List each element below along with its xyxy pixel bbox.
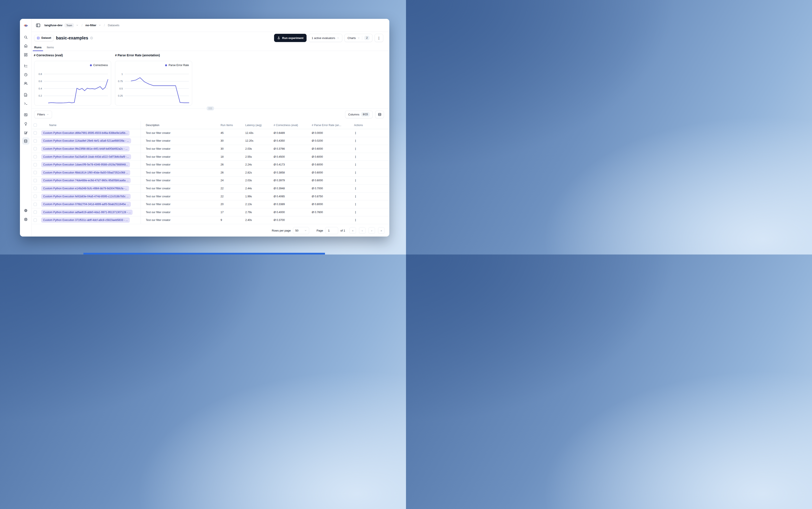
row-actions-menu[interactable]: ⋮ <box>354 139 357 142</box>
run-experiment-button[interactable]: Run experiment <box>274 34 306 42</box>
datasets-database-icon[interactable] <box>22 137 30 145</box>
chevron-down-icon[interactable] <box>99 24 101 26</box>
run-name-link[interactable]: Custom Python Execution 371f531c-abff-4d… <box>41 217 130 223</box>
row-checkbox[interactable] <box>34 139 37 142</box>
langfuse-logo-icon[interactable] <box>24 24 28 28</box>
run-items-value: 45 <box>221 132 245 135</box>
row-actions-menu[interactable]: ⋮ <box>354 163 357 166</box>
row-checkbox[interactable] <box>34 179 37 182</box>
first-page-button[interactable]: « <box>349 227 356 234</box>
row-checkbox[interactable] <box>34 147 37 150</box>
settings-gear-icon[interactable] <box>24 209 28 213</box>
row-actions-menu[interactable]: ⋮ <box>354 210 357 214</box>
breadcrumb-project[interactable]: no-filter <box>86 24 96 27</box>
previous-page-button[interactable]: ‹ <box>359 227 366 234</box>
prompts-file-code-icon[interactable] <box>24 93 28 97</box>
user-avatar[interactable] <box>24 229 28 233</box>
filters-button[interactable]: Filters <box>34 111 52 118</box>
search-icon[interactable] <box>24 35 28 39</box>
tab-runs[interactable]: Runs <box>34 44 42 51</box>
row-checkbox[interactable] <box>34 203 37 206</box>
last-page-button[interactable]: » <box>378 227 384 234</box>
correctness-value: Ø 0.3389 <box>274 203 312 206</box>
tab-items[interactable]: Items <box>47 44 54 51</box>
active-evaluators-button[interactable]: 1 active evaluators <box>309 34 342 42</box>
page-actions-menu-button[interactable]: ⋮ <box>375 34 383 42</box>
dashboard-icon[interactable] <box>24 53 28 57</box>
sessions-clock-icon[interactable] <box>24 73 28 77</box>
row-actions-menu[interactable]: ⋮ <box>354 195 357 198</box>
playground-terminal-icon[interactable] <box>24 102 28 106</box>
table-row[interactable]: Custom Python Execution 371f531c-abff-4d… <box>32 216 389 225</box>
table-row[interactable]: Custom Python Execution 1daec0f9-5e78-43… <box>32 161 389 169</box>
tracing-icon[interactable] <box>24 64 28 68</box>
column-header-description[interactable]: Description <box>141 124 221 127</box>
run-items-value: 22 <box>221 195 245 198</box>
table-row[interactable]: Custom Python Execution f6bb1614-1f90-40… <box>32 169 389 177</box>
row-height-button[interactable] <box>375 111 384 118</box>
run-name-link[interactable]: Custom Python Execution 076b2704-341d-48… <box>41 202 131 207</box>
next-page-button[interactable]: › <box>369 227 375 234</box>
row-actions-menu[interactable]: ⋮ <box>354 179 357 182</box>
column-header-run-items[interactable]: Run Items <box>221 124 245 127</box>
page-total-label: of 1 <box>340 229 345 232</box>
run-name-link[interactable]: Custom Python Execution adfae619-abb0-4d… <box>41 210 133 215</box>
row-actions-menu[interactable]: ⋮ <box>354 147 357 150</box>
row-checkbox[interactable] <box>34 155 37 158</box>
run-name-link[interactable]: Custom Python Execution 114aa9ef-29e6-4e… <box>41 138 131 143</box>
charts-button[interactable]: Charts 2 <box>344 34 372 42</box>
kebab-menu-icon: ⋮ <box>377 36 381 40</box>
run-name-link[interactable]: Custom Python Execution 74de488e-ec9d-47… <box>41 178 131 183</box>
row-actions-menu[interactable]: ⋮ <box>354 187 357 190</box>
home-icon[interactable] <box>24 44 28 48</box>
run-name-link[interactable]: Custom Python Execution e14fa348-5cfc-49… <box>41 186 129 191</box>
parse-error-value: Ø 0.0200 <box>312 139 351 142</box>
table-row[interactable]: Custom Python Execution 114aa9ef-29e6-4e… <box>32 137 389 145</box>
run-name-link[interactable]: Custom Python Execution f6bb1614-1f90-40… <box>41 170 130 175</box>
table-row[interactable]: Custom Python Execution 076b2704-341d-48… <box>32 200 389 208</box>
info-icon[interactable] <box>90 36 93 40</box>
users-icon[interactable] <box>24 81 28 86</box>
run-name-link[interactable]: Custom Python Execution 1daec0f9-5e78-43… <box>41 162 130 167</box>
run-name-link[interactable]: Custom Python Execution d66e7991-8595-45… <box>41 130 130 136</box>
table-row[interactable]: Custom Python Execution adfae619-abb0-4d… <box>32 208 389 216</box>
table-row[interactable]: Custom Python Execution 5a15a616-1bab-44… <box>32 153 389 161</box>
row-actions-menu[interactable]: ⋮ <box>354 155 357 159</box>
row-actions-menu[interactable]: ⋮ <box>354 131 357 135</box>
row-actions-menu[interactable]: ⋮ <box>354 203 357 206</box>
table-row[interactable]: Custom Python Execution fe91b83e-04a5-47… <box>32 193 389 201</box>
row-checkbox[interactable] <box>34 163 37 166</box>
page-number-input[interactable] <box>325 227 338 234</box>
run-name-link[interactable]: Custom Python Execution 5a15a616-1bab-44… <box>41 154 131 160</box>
column-header-parse-error[interactable]: # Parse Error Rate (an... <box>312 124 351 127</box>
row-actions-menu[interactable]: ⋮ <box>354 171 357 174</box>
svg-text:0.25: 0.25 <box>118 95 123 97</box>
column-header-correctness[interactable]: # Correctness (eval) <box>274 124 312 127</box>
row-checkbox[interactable] <box>34 171 37 174</box>
table-row[interactable]: Custom Python Execution d66e7991-8595-45… <box>32 129 389 137</box>
column-header-latency[interactable]: Latency (avg) <box>245 124 274 127</box>
select-all-checkbox[interactable] <box>34 124 37 127</box>
breadcrumb-org[interactable]: langfuse-dev <box>44 24 62 27</box>
evaluation-percent-icon[interactable] <box>24 113 28 117</box>
row-checkbox[interactable] <box>34 187 37 190</box>
row-checkbox[interactable] <box>34 218 37 222</box>
row-checkbox[interactable] <box>34 210 37 214</box>
row-checkbox[interactable] <box>34 195 37 198</box>
columns-button[interactable]: Columns 8/15 <box>345 111 373 118</box>
rows-per-page-select[interactable]: 50 <box>293 227 309 234</box>
sidebar-toggle-icon[interactable] <box>36 23 40 28</box>
chevron-down-icon[interactable] <box>76 24 78 26</box>
insights-lightbulb-icon[interactable] <box>24 122 28 126</box>
table-row[interactable]: Custom Python Execution e14fa348-5cfc-49… <box>32 184 389 193</box>
row-actions-menu[interactable]: ⋮ <box>354 218 357 222</box>
table-row[interactable]: Custom Python Execution 9fe23f98-881e-44… <box>32 145 389 153</box>
table-row[interactable]: Custom Python Execution 74de488e-ec9d-47… <box>32 177 389 185</box>
run-name-link[interactable]: Custom Python Execution 9fe23f98-881e-44… <box>41 146 130 151</box>
breadcrumb-section-datasets[interactable]: Datasets <box>108 24 120 27</box>
support-lifebuoy-icon[interactable] <box>24 217 28 222</box>
annotation-clipboard-pen-icon[interactable] <box>24 131 28 135</box>
run-name-link[interactable]: Custom Python Execution fe91b83e-04a5-47… <box>41 194 131 199</box>
row-checkbox[interactable] <box>34 131 37 135</box>
column-header-name[interactable]: Name <box>39 121 141 129</box>
